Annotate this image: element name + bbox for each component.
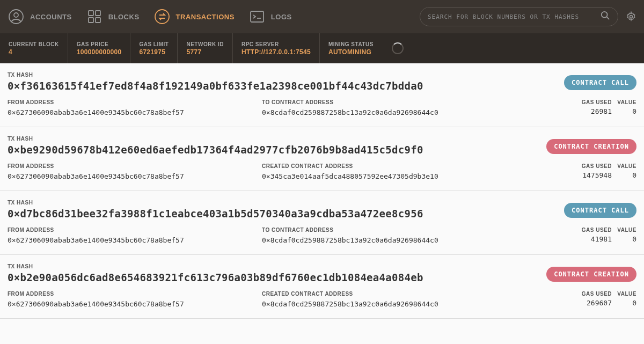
svg-rect-4	[89, 18, 93, 23]
gas-used-label: GAS USED	[537, 227, 612, 233]
gas-price-value: 100000000000	[77, 48, 122, 56]
to-address-label: CREATED CONTRACT ADDRESS	[262, 163, 537, 169]
gas-used-value: 269607	[537, 299, 612, 307]
status-network-id: NETWORK ID 5777	[178, 33, 232, 63]
to-address-label: CREATED CONTRACT ADDRESS	[262, 291, 537, 297]
contract-call-badge: CONTRACT CALL	[564, 203, 636, 218]
nav-logs[interactable]: LOGS	[248, 8, 292, 25]
nav-transactions[interactable]: TRANSACTIONS	[153, 8, 235, 25]
value-label: VALUE	[612, 99, 636, 105]
gas-price-label: GAS PRICE	[77, 41, 122, 47]
to-address-value: 0×345ca3e014aaf5dca488057592ee47305d9b3e…	[262, 172, 438, 180]
from-address-value: 0×627306090abab3a6e1400e9345bc60c78a8bef…	[8, 236, 184, 244]
nav-blocks-label: BLOCKS	[108, 13, 140, 21]
status-gas-limit: GAS LIMIT 6721975	[130, 33, 178, 63]
tx-hash-label: TX HASH	[8, 200, 564, 206]
nav-accounts-label: ACCOUNTS	[30, 13, 72, 21]
svg-rect-3	[96, 11, 100, 16]
svg-rect-2	[89, 11, 93, 16]
contract-creation-badge: CONTRACT CREATION	[546, 267, 636, 282]
gas-limit-value: 6721975	[139, 48, 169, 56]
logs-terminal-icon	[248, 8, 266, 25]
to-address-label: TO CONTRACT ADDRESS	[262, 227, 537, 233]
rpc-server-label: RPC SERVER	[241, 41, 311, 47]
status-mining: MINING STATUS AUTOMINING	[320, 33, 382, 63]
contract-creation-badge: CONTRACT CREATION	[546, 139, 636, 154]
current-block-value: 4	[9, 48, 59, 56]
from-address-label: FROM ADDRESS	[8, 99, 262, 105]
search-icon[interactable]	[601, 11, 610, 23]
tx-hash-value: 0×f36163615f41ef7ed8f4a8f192149a0bf633fe…	[8, 80, 564, 92]
from-address-value: 0×627306090abab3a6e1400e9345bc60c78a8bef…	[8, 108, 184, 116]
to-address-value: 0×8cdaf0cd259887258bc13a92c0a6da92698644…	[262, 236, 438, 244]
mining-status-label: MINING STATUS	[328, 41, 374, 47]
transaction-card[interactable]: TX HASH0×be9290d59678b412e60ed6aefedb173…	[0, 127, 644, 191]
from-address-label: FROM ADDRESS	[8, 163, 262, 169]
to-address-value: 0×8cdaf0cd259887258bc13a92c0a6da92698644…	[262, 108, 438, 116]
gas-used-label: GAS USED	[537, 99, 612, 105]
nav-accounts[interactable]: ACCOUNTS	[8, 8, 72, 25]
svg-rect-7	[251, 11, 264, 22]
network-id-label: NETWORK ID	[186, 41, 223, 47]
tx-hash-value: 0×be9290d59678b412e60ed6aefedb17364f4ad2…	[8, 144, 546, 156]
gas-used-value: 41981	[537, 235, 612, 243]
mining-status-value: AUTOMINING	[328, 48, 374, 56]
mining-spinner-icon	[392, 42, 404, 54]
gas-limit-label: GAS LIMIT	[139, 41, 169, 47]
gas-used-label: GAS USED	[537, 291, 612, 297]
transaction-card[interactable]: TX HASH0×d7bc86d31bee32fa3988f1c1eabce40…	[0, 191, 644, 255]
svg-point-8	[602, 12, 608, 18]
settings-gear-icon[interactable]	[626, 11, 636, 22]
status-bar: CURRENT BLOCK 4 GAS PRICE 100000000000 G…	[0, 33, 644, 63]
tx-hash-label: TX HASH	[8, 136, 546, 142]
value-value: 0	[612, 107, 636, 115]
search-box[interactable]	[420, 7, 618, 26]
network-id-value: 5777	[186, 48, 223, 56]
svg-rect-5	[96, 18, 100, 23]
value-value: 0	[612, 299, 636, 307]
current-block-label: CURRENT BLOCK	[9, 41, 59, 47]
user-circle-icon	[8, 8, 25, 25]
from-address-label: FROM ADDRESS	[8, 291, 262, 297]
from-address-value: 0×627306090abab3a6e1400e9345bc60c78a8bef…	[8, 172, 184, 180]
value-value: 0	[612, 171, 636, 179]
gas-used-label: GAS USED	[537, 163, 612, 169]
transaction-card[interactable]: TX HASH0×b2e90a056dc6ad8e654683921fc613c…	[0, 255, 644, 319]
value-label: VALUE	[612, 163, 636, 169]
value-value: 0	[612, 235, 636, 243]
value-label: VALUE	[612, 227, 636, 233]
transaction-card[interactable]: TX HASH0×f36163615f41ef7ed8f4a8f192149a0…	[0, 63, 644, 127]
from-address-label: FROM ADDRESS	[8, 227, 262, 233]
status-current-block: CURRENT BLOCK 4	[0, 33, 68, 63]
tx-hash-value: 0×b2e90a056dc6ad8e654683921fc613c796a03b…	[8, 272, 546, 283]
search-input[interactable]	[428, 13, 601, 20]
nav-logs-label: LOGS	[271, 13, 292, 21]
svg-point-6	[155, 10, 169, 24]
tx-hash-value: 0×d7bc86d31bee32fa3988f1c1eabce403a1b5d5…	[8, 208, 564, 219]
transaction-list: TX HASH0×f36163615f41ef7ed8f4a8f192149a0…	[0, 63, 644, 319]
value-label: VALUE	[612, 291, 636, 297]
to-address-label: TO CONTRACT ADDRESS	[262, 99, 537, 105]
contract-call-badge: CONTRACT CALL	[564, 75, 636, 90]
svg-point-1	[14, 13, 18, 17]
gas-used-value: 1475948	[537, 171, 612, 179]
to-address-value: 0×8cdaf0cd259887258bc13a92c0a6da92698644…	[262, 300, 438, 308]
top-nav-bar: ACCOUNTS BLOCKS TRANSACTIONS	[0, 0, 644, 33]
from-address-value: 0×627306090abab3a6e1400e9345bc60c78a8bef…	[8, 300, 184, 308]
gas-used-value: 26981	[537, 107, 612, 115]
rpc-server-value: HTTP://127.0.0.1:7545	[241, 48, 311, 56]
tx-hash-label: TX HASH	[8, 72, 564, 78]
transactions-arrows-icon	[153, 8, 171, 25]
nav-transactions-label: TRANSACTIONS	[176, 13, 235, 21]
nav-blocks[interactable]: BLOCKS	[86, 8, 140, 25]
blocks-grid-icon	[86, 8, 103, 25]
status-rpc-server: RPC SERVER HTTP://127.0.0.1:7545	[233, 33, 320, 63]
tx-hash-label: TX HASH	[8, 264, 546, 269]
svg-point-9	[630, 16, 633, 18]
status-gas-price: GAS PRICE 100000000000	[68, 33, 131, 63]
